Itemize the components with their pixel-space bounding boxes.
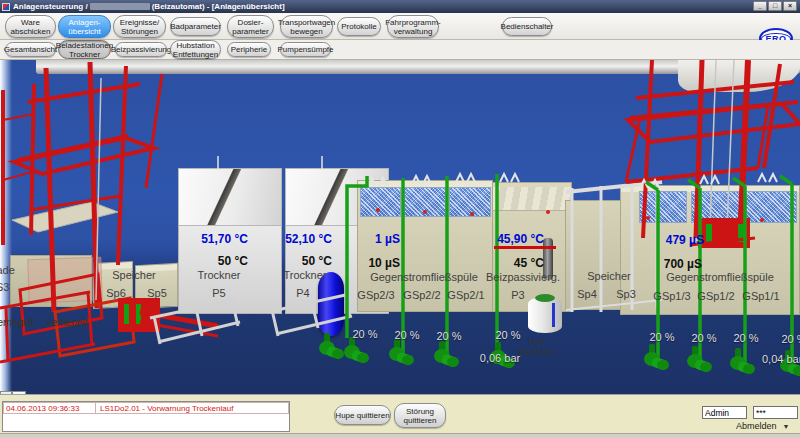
p4-actual-temp: 52,10 °C: [262, 232, 332, 246]
station-left-id: S3: [0, 281, 20, 293]
close-button[interactable]: ×: [783, 1, 797, 11]
sp-left-name: Speicher: [104, 269, 164, 281]
station-left-name: lade: [0, 264, 28, 276]
alarm-row[interactable]: 04.06.2013 09:36:33 LS1Do2.01 - Vorwarnu…: [3, 402, 289, 414]
window-bottom-edge: [0, 433, 800, 438]
button-transportwagen-bewegen[interactable]: Transportwagen bewegen: [280, 15, 333, 38]
p3-name: Beizpassivierg.: [486, 271, 560, 283]
button-ware-abschicken[interactable]: Ware abschicken: [5, 15, 56, 38]
button-beladestationen-trockner[interactable]: Beladestationen Trockner: [58, 40, 111, 59]
username-field[interactable]: [702, 406, 747, 419]
interlock-status-2: verriegelt: [42, 317, 92, 328]
main-toolbar: Ware abschicken Anlagen- übersicht Ereig…: [0, 13, 800, 40]
gsp1-actual-cond: 479 µS: [634, 233, 704, 247]
gsp1-set-cond: 700 µS: [632, 257, 702, 271]
p5-name: Trockner: [180, 269, 258, 281]
sp3-id: Sp3: [606, 288, 646, 300]
p4-id: P4: [264, 287, 342, 299]
gsp2-name: Gegenstromfließspüle: [358, 271, 490, 283]
button-peripherie[interactable]: Peripherie: [227, 42, 271, 57]
gsp1-tank2-id: GSp1/2: [694, 290, 738, 302]
valve-7-opening: 20 %: [686, 332, 722, 344]
maximize-button[interactable]: □: [768, 1, 782, 11]
p5-set-temp: 50 °C: [178, 254, 248, 268]
gsp2-tank3-id: GSp2/3: [356, 289, 396, 301]
button-beizpassivierung[interactable]: Beizpassivierung: [115, 42, 167, 57]
interlock-status-1: verriegelt: [0, 317, 38, 328]
valve-2[interactable]: [344, 337, 369, 364]
sp6-id: Sp6: [100, 287, 132, 299]
button-hubstation-entfettungen[interactable]: Hubstation Entfettungen: [170, 40, 221, 59]
valve-9-opening: 20 %: [776, 333, 800, 345]
p4-set-temp: 50 °C: [262, 254, 332, 268]
valve-3-opening: 20 %: [389, 329, 425, 341]
app-icon: [2, 3, 10, 11]
redacted-plant-name: [90, 3, 150, 10]
sp4-id: Sp4: [566, 288, 608, 300]
gsp1-tank3-id: GSp1/3: [650, 290, 694, 302]
valve-1[interactable]: [319, 333, 344, 360]
window-title-suffix: (Beizautomat) - [Anlagenübersicht]: [152, 2, 285, 11]
gsp2-tank2-id: GSp2/2: [402, 289, 442, 301]
minimize-button[interactable]: _: [753, 1, 767, 11]
button-hupe-quittieren[interactable]: Hupe quittieren: [334, 405, 391, 425]
p3-id: P3: [486, 289, 550, 301]
p3-set-temp: 45 °C: [478, 256, 544, 270]
valve-8-opening: 20 %: [728, 332, 764, 344]
p3-limit-line: [494, 246, 556, 249]
valve-4-opening: 20 %: [431, 330, 467, 342]
alarm-message: LS1Do2.01 - Vorwarnung Trockenlauf: [96, 403, 233, 414]
chevron-down-icon: ▼: [783, 423, 790, 430]
window-controls: _ □ ×: [753, 1, 797, 11]
p4-name: Trockner: [266, 269, 344, 281]
logout-control[interactable]: Abmelden ▼: [736, 421, 789, 431]
logout-label: Abmelden: [736, 421, 777, 431]
title-bar: Anlagensteuerung / (Beizautomat) - [Anla…: [0, 0, 800, 13]
gsp1-tank1-id: GSp1/1: [739, 290, 783, 302]
p3-actual-temp: 45,90 °C: [478, 232, 544, 246]
alarm-timestamp: 04.06.2013 09:36:33: [4, 403, 96, 413]
valve-2-opening: 20 %: [347, 328, 383, 340]
valve-8[interactable]: [730, 348, 755, 375]
p5-id: P5: [180, 287, 258, 299]
sp-right-name: Speicher: [576, 270, 642, 282]
password-field[interactable]: [753, 406, 798, 419]
pressure-right: 0,04 bar: [762, 353, 800, 365]
valve-6-opening: 20 %: [644, 331, 680, 343]
sp5-id: Sp5: [140, 287, 174, 299]
button-dosierparameter[interactable]: Dosier- parameter: [227, 15, 274, 38]
view-toolbar: Gesamtansicht Beladestationen Trockner B…: [0, 40, 800, 60]
button-gesamtansicht[interactable]: Gesamtansicht: [5, 42, 56, 57]
gsp1-name: Gegenstromfließspüle: [650, 271, 790, 283]
plant-3d-view[interactable]: 51,70 °C 50 °C Trockner P5 52,10 °C 50 °…: [0, 60, 800, 394]
do3-label-line2: Beizkonz.: [512, 347, 564, 357]
status-bar: 04.06.2013 09:36:33 LS1Do2.01 - Vorwarnu…: [0, 394, 800, 433]
button-fahrprogrammverwaltung[interactable]: Fahrprogramm- verwaltung: [387, 15, 439, 38]
button-ereignisse-stoerungen[interactable]: Ereignisse/ Störungen: [113, 15, 166, 38]
button-anlagenuebersicht[interactable]: Anlagen- übersicht: [58, 15, 111, 38]
scene-structures: [0, 60, 800, 394]
gsp2-tank1-id: GSp2/1: [446, 289, 486, 301]
button-bedienschalter[interactable]: Bedienschalter: [502, 17, 552, 36]
gsp2-actual-cond: 1 µS: [330, 232, 400, 246]
button-stoerung-quittieren[interactable]: Störung quittieren: [394, 403, 446, 428]
button-pumpensuempfe[interactable]: Pumpensümpfe: [280, 42, 331, 57]
do3-label-line1: Do3: [518, 337, 554, 347]
transport-crane-right: [626, 60, 800, 248]
alarm-list[interactable]: 04.06.2013 09:36:33 LS1Do2.01 - Vorwarnu…: [2, 401, 290, 432]
gsp2-set-cond: 10 µS: [330, 256, 400, 270]
p5-actual-temp: 51,70 °C: [178, 232, 248, 246]
button-badparameter[interactable]: Badparameter: [170, 17, 221, 36]
button-protokolle[interactable]: Protokolle: [337, 17, 381, 36]
window-title-prefix: Anlagensteuerung /: [13, 2, 88, 11]
